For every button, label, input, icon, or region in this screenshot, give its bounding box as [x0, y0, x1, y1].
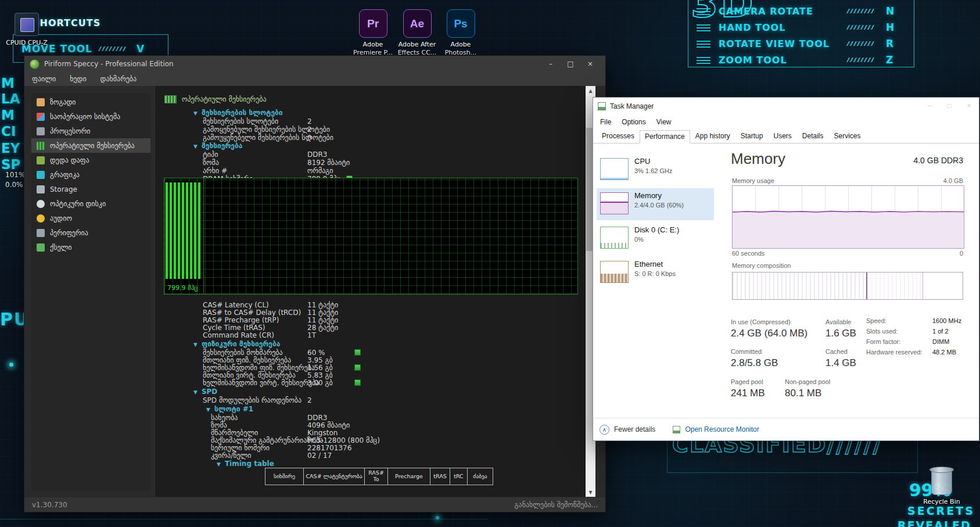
tools-panel: CAMERA ROTATE N HAND TOOL H ROTATE VIEW …	[688, 0, 914, 67]
row-label: Cycle Time (tRAS)	[203, 324, 265, 332]
decor-line	[0, 519, 488, 519]
sidebar-item-label: დედა დაფა	[50, 156, 89, 164]
speccy-titlebar[interactable]: Piriform Speccy - Professional Edition –…	[24, 56, 605, 72]
row-value: 5.83 გბ	[307, 371, 333, 379]
status-indicator	[354, 364, 361, 371]
tool-row: ROTATE VIEW TOOL R	[697, 37, 906, 51]
open-resource-monitor-link[interactable]: Open Resource Monitor	[673, 425, 759, 433]
section-memory-slots[interactable]: ▼მეხსიერების სლოტები	[193, 109, 283, 117]
menu-item[interactable]: დახმარება	[100, 75, 137, 83]
info-row: მთლიანი ფიზ. მეხსიერება 3.95 გბ	[156, 356, 573, 364]
taskmgr-footer: ∧ Fewer details Open Resource Monitor	[593, 418, 979, 440]
scroll-down-button[interactable]: ▼	[586, 487, 595, 497]
sidebar-item-icon	[37, 171, 45, 179]
sidebar-item-icon	[37, 113, 45, 121]
tool-label: CAMERA ROTATE	[719, 6, 839, 17]
sidebar-item[interactable]: აუდიო	[31, 211, 150, 225]
row-value: 8192 მბაიტი	[307, 159, 350, 167]
taskmgr-titlebar[interactable]: Task Manager – □ ×	[593, 98, 979, 115]
section-memory[interactable]: ▼მეხსიერება	[193, 142, 242, 150]
menu-item[interactable]: File	[595, 117, 616, 127]
tab[interactable]: Performance	[640, 130, 690, 144]
memory-composition-bar	[732, 272, 963, 300]
sidebar-item-icon	[37, 127, 45, 135]
tab[interactable]: Services	[829, 130, 866, 143]
collapse-icon: ▼	[193, 110, 198, 116]
desktop-icon-after-effects[interactable]: Ae Adobe After Effects CC...	[393, 9, 441, 57]
x-axis-left: 60 seconds	[732, 250, 764, 257]
section-physical-memory[interactable]: ▼ფიზიკური მეხსიერება	[193, 340, 280, 348]
close-button[interactable]: ×	[959, 98, 979, 115]
row-label: მწარმოებელი	[211, 429, 258, 437]
section-spd-slot-1[interactable]: ▼სლოტი #1	[206, 405, 253, 413]
info-row: CAS# Latency (CL) 11 ტაქტი	[156, 301, 573, 309]
sidebar-item-label: გრაფიკა	[50, 171, 80, 179]
edge-letter: CI	[1, 124, 16, 139]
sidebar-item[interactable]: ოპერატიული მეხსიერება	[31, 138, 150, 153]
menu-item[interactable]: View	[652, 117, 676, 127]
info-row: სახეობა DDR3	[156, 414, 573, 421]
hardware-info-row: Slots used: 1 of 2	[866, 328, 961, 338]
performance-item[interactable]: Disk 0 (C: E:) 0%	[597, 223, 714, 254]
row-value: 60 %	[307, 349, 325, 357]
performance-item[interactable]: Memory 2.4/4.0 GB (60%)	[597, 188, 714, 220]
row-label: კვირა/წელი	[211, 451, 251, 460]
minimize-button[interactable]: –	[920, 98, 939, 115]
icon-label: Adobe Premiere P...	[350, 41, 396, 57]
minimize-button[interactable]: –	[541, 56, 561, 72]
maximize-button[interactable]: □	[939, 98, 959, 115]
hardware-info-label: Hardware reserved:	[866, 349, 932, 359]
sidebar-item-icon	[37, 200, 45, 208]
recycle-bin-icon	[931, 469, 952, 495]
tab[interactable]: Processes	[597, 130, 640, 143]
tab[interactable]: Users	[768, 130, 796, 143]
nonpaged-pool-label: Non-paged pool	[785, 378, 830, 385]
sidebar-item[interactable]: დედა დაფა	[31, 153, 150, 167]
fewer-details-button[interactable]: ∧ Fewer details	[600, 425, 655, 435]
move-tool-key: V	[137, 43, 144, 55]
performance-item-sub: 3% 1.62 GHz	[634, 167, 672, 174]
scroll-up-button[interactable]: ▲	[586, 86, 595, 96]
desktop-icon-recycle-bin[interactable]: Recycle Bin	[918, 469, 965, 506]
sidebar-item-label: Storage	[50, 185, 77, 193]
tool-row: ZOOM TOOL Z	[697, 53, 906, 67]
section-spd[interactable]: ▼SPD	[193, 388, 217, 396]
sidebar-item[interactable]: ოპტიკური დისკი	[31, 196, 150, 211]
overlay-stat-top: 101%	[5, 171, 25, 179]
info-row: მწარმოებელი Kingston	[156, 429, 573, 436]
sidebar-item-label: ოპერატიული მეხსიერება	[50, 142, 135, 150]
performance-item[interactable]: Ethernet S: 0 R: 0 Kbps	[597, 257, 714, 289]
update-check-text[interactable]: განახლების შემოწმება...	[515, 501, 598, 509]
maximize-button[interactable]: □	[561, 56, 580, 72]
performance-item-text: Ethernet S: 0 R: 0 Kbps	[634, 260, 676, 286]
menu-item[interactable]: ფაილი	[32, 75, 56, 83]
sidebar-item[interactable]: ქსელი	[31, 240, 150, 254]
info-row: Command Rate (CR) 1T	[156, 331, 573, 339]
tab[interactable]: Details	[797, 130, 829, 143]
speccy-window-title: Piriform Speccy - Professional Edition	[44, 60, 174, 68]
menu-item[interactable]: ხედი	[70, 75, 86, 83]
close-button[interactable]: ×	[580, 56, 600, 72]
desktop-icon-photoshop[interactable]: Ps Adobe Photosh...	[437, 9, 484, 57]
sidebar-item[interactable]: Storage	[31, 182, 150, 196]
tab[interactable]: App history	[690, 130, 735, 143]
section-timing-table[interactable]: ▼Timing table	[217, 460, 274, 468]
sidebar-item[interactable]: საოპერაციო სისტემა	[31, 109, 150, 124]
sidebar-item[interactable]: გრაფიკა	[31, 167, 150, 182]
sidebar-item[interactable]: ზოგადი	[31, 95, 150, 109]
sidebar-item[interactable]: პერიფერია	[31, 225, 150, 240]
mini-graph-icon	[600, 261, 629, 283]
info-row: Cycle Time (tRAS) 28 ტაქტი	[156, 324, 573, 331]
sidebar-item-label: საოპერაციო სისტემა	[50, 113, 120, 121]
row-value: 2	[307, 126, 312, 134]
info-row: ხელმისაწვდომი ვირტ. მეხსიერება 3.00 გბ	[156, 379, 573, 386]
sidebar-item[interactable]: პროცესორი	[31, 124, 150, 138]
icon-label: Adobe After Effects CC...	[394, 41, 440, 57]
performance-item[interactable]: CPU 3% 1.62 GHz	[597, 154, 714, 186]
tab[interactable]: Startup	[735, 130, 769, 143]
menu-item[interactable]: Options	[617, 117, 650, 127]
task-manager-window: Task Manager – □ × FileOptionsView Proce…	[593, 97, 979, 441]
desktop-icon-premiere[interactable]: Pr Adobe Premiere P...	[349, 9, 397, 57]
desktop-icon-cpuz[interactable]: CPUID CPU-Z	[3, 13, 51, 47]
x-axis-right: 0	[960, 250, 963, 257]
